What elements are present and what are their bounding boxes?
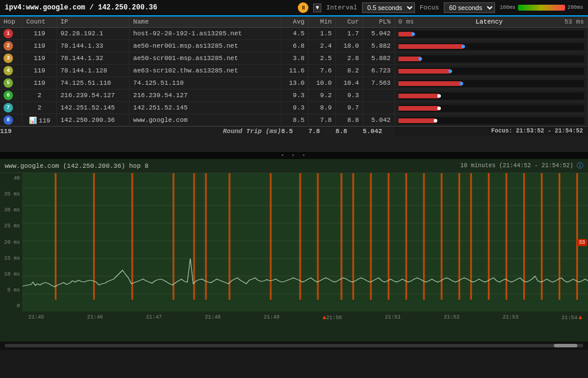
table-row: 72142.251.52.145142.251.52.1459.38.99.7 — [0, 102, 588, 114]
cell-min: 8.9 — [308, 102, 335, 114]
chart-title: www.google.com (142.250.200.36) hop 8 — [5, 163, 148, 170]
rt-focus: Focus: 21:53:52 - 21:54:52 — [394, 127, 587, 136]
table-row: 211978.144.1.33ae50-ner001.msp.as13285.n… — [0, 40, 588, 52]
svg-rect-10 — [172, 173, 174, 300]
cell-hop: 4 — [0, 65, 22, 77]
cell-pl: 5.882 — [363, 52, 394, 65]
traceroute-table: Hop Count IP Name Avg Min Cur PL% 0 ms 5… — [0, 16, 588, 135]
cell-avg: 9.3 — [281, 89, 308, 102]
cell-latency — [394, 65, 587, 77]
chart-section: www.google.com (142.250.200.36) hop 8 10… — [0, 159, 588, 341]
table-body: 111992.28.192.1host-92-28-192-1.as13285.… — [0, 28, 588, 127]
svg-rect-16 — [317, 173, 319, 300]
cell-cur: 9.3 — [335, 89, 363, 102]
cell-ip: 74.125.51.110 — [57, 77, 129, 89]
x-axis: 21:45 21:46 21:47 21:48 21:49 ▲21:50 21:… — [22, 311, 588, 323]
cell-count: 2 — [22, 89, 57, 102]
cell-hop: 3 — [0, 52, 22, 65]
cell-hop: 5 — [0, 77, 22, 89]
cell-count: 📊119 — [22, 114, 57, 127]
x-label-3: 21:48 — [205, 314, 221, 320]
table-row: 62216.239.54.127216.239.54.1279.39.29.3 — [0, 89, 588, 102]
dropdown-arrow[interactable]: ▼ — [313, 4, 321, 12]
col-pl: PL% — [363, 16, 394, 28]
cell-cur: 2.8 — [335, 52, 363, 65]
cell-hop: 1 — [0, 28, 22, 40]
cell-ip: 142.250.200.36 — [57, 114, 129, 127]
latency-max-label: 200ms — [567, 5, 583, 11]
scrollbar-thumb[interactable] — [554, 344, 577, 347]
cell-hop: 7 — [0, 102, 22, 114]
x-label-1: 21:46 — [87, 314, 103, 320]
chart-info-icon[interactable]: ⓘ — [577, 161, 583, 170]
y-label-0: 0 — [1, 303, 20, 309]
cell-avg: 4.5 — [281, 28, 308, 40]
cell-latency — [394, 28, 587, 40]
cell-cur: 9.7 — [335, 102, 363, 114]
svg-rect-29 — [541, 173, 543, 300]
cell-min: 10.0 — [308, 77, 335, 89]
rt-cur: 8.8 — [335, 127, 363, 136]
chart-right-badge: 33 — [577, 239, 587, 246]
cell-name: 216.239.54.127 — [129, 89, 281, 102]
y-label-30ms: 30 ms — [1, 207, 20, 213]
cell-cur: 18.0 — [335, 40, 363, 52]
cell-count: 119 — [22, 28, 57, 40]
cell-hop: 6 — [0, 89, 22, 102]
chart-area[interactable]: 0 5 ms 10 ms 15 ms 20 ms 25 ms 30 ms 35 … — [0, 173, 588, 323]
cell-ip: 78.144.1.128 — [57, 65, 129, 77]
scrollbar-track[interactable] — [5, 344, 583, 347]
cell-name: 142.251.52.145 — [129, 102, 281, 114]
chart-header-right: 10 minutes (21:44:52 - 21:54:52) ⓘ — [460, 161, 583, 170]
table-row: 511974.125.51.11074.125.51.11013.010.010… — [0, 77, 588, 89]
cell-count: 119 — [22, 65, 57, 77]
cell-avg: 6.8 — [281, 40, 308, 52]
cell-min: 2.4 — [308, 40, 335, 52]
cell-cur: 8.2 — [335, 65, 363, 77]
interval-select[interactable]: 0.5 seconds 1 second 5 seconds — [362, 2, 415, 13]
cell-cur: 10.4 — [335, 77, 363, 89]
cell-cur: 1.7 — [335, 28, 363, 40]
cell-ip: 142.251.52.145 — [57, 102, 129, 114]
cell-min: 2.5 — [308, 52, 335, 65]
cell-ip: 78.144.1.33 — [57, 40, 129, 52]
rt-count: 119 — [0, 127, 57, 136]
cell-avg: 3.8 — [281, 52, 308, 65]
cell-avg: 8.5 — [281, 114, 308, 127]
y-label-15ms: 15 ms — [1, 256, 20, 261]
y-label-20ms: 20 ms — [1, 240, 20, 246]
svg-rect-19 — [370, 173, 372, 300]
cell-name: ae63-scr102.thw.as13285.net — [129, 65, 281, 77]
chart-canvas[interactable]: 33 — [22, 173, 588, 311]
table-row: 311978.144.1.32ae50-scr001-msp.as13285.n… — [0, 52, 588, 65]
cell-latency — [394, 77, 587, 89]
x-label-0: 21:45 — [28, 314, 44, 320]
cell-ip: 216.239.54.127 — [57, 89, 129, 102]
table-row: 411978.144.1.128ae63-scr102.thw.as13285.… — [0, 65, 588, 77]
cell-pl — [363, 102, 394, 114]
focus-select[interactable]: 60 seconds 5 minutes 10 minutes — [444, 2, 495, 13]
separator-dots: • • • — [281, 152, 307, 159]
y-label-10ms: 10 ms — [1, 271, 20, 277]
scrollbar-area[interactable] — [0, 341, 588, 350]
x-label-6: 21:51 — [385, 314, 401, 320]
cell-ip: 78.144.1.32 — [57, 52, 129, 65]
cell-latency — [394, 102, 587, 114]
cell-min: 1.5 — [308, 28, 335, 40]
table-header-row: Hop Count IP Name Avg Min Cur PL% 0 ms 5… — [0, 16, 588, 28]
x-label-2: 21:47 — [146, 314, 162, 320]
latency-gradient — [518, 5, 565, 11]
cell-name: ae50-scr001-msp.as13285.net — [129, 52, 281, 65]
cell-pl: 5.882 — [363, 40, 394, 52]
pause-button[interactable]: ⏸ — [298, 2, 308, 13]
cell-min: 7.6 — [308, 65, 335, 77]
cell-avg: 9.3 — [281, 102, 308, 114]
focus-label: Focus — [420, 4, 439, 11]
top-bar: ipv4:www.google.com / 142.250.200.36 ⏸ ▼… — [0, 0, 588, 16]
chart-time-range: 10 minutes (21:44:52 - 21:54:52) — [460, 163, 573, 169]
table-row: 111992.28.192.1host-92-28-192-1.as13285.… — [0, 28, 588, 40]
latency-min-label: 100ms — [500, 5, 516, 11]
cell-hop: 2 — [0, 40, 22, 52]
cell-count: 119 — [22, 40, 57, 52]
cell-avg: 11.6 — [281, 65, 308, 77]
